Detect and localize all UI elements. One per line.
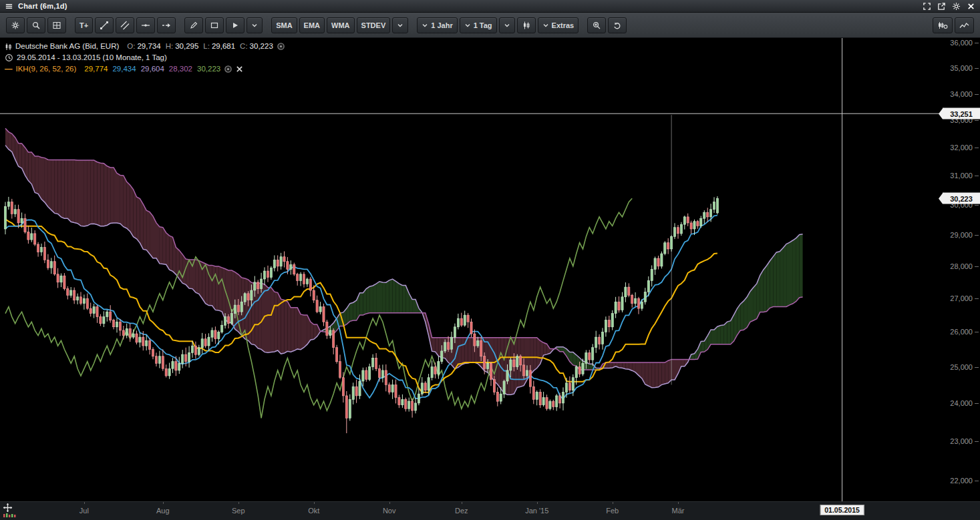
tools-dropdown-button[interactable] [247,17,263,33]
price-axis-tick [975,120,979,121]
price-axis-label: 31,000 [950,172,973,180]
candlestick-style-button[interactable] [517,17,536,33]
indicator-dropdown-button[interactable] [392,17,408,33]
axis-corner [3,503,23,518]
price-axis-label: 22,000 [950,477,973,485]
instrument-legend-row: Deutsche Bank AG (Bid, EUR) O:29,734H:30… [5,41,285,52]
instrument-icon [5,43,12,51]
crosshair-date-tag: 01.05.2015 [820,505,864,515]
time-axis-tick [163,502,164,504]
time-axis[interactable]: 01.05.2015 JulAugSepOktNovDezJan '15FebM… [0,501,980,520]
indicator-value: 29,434 [112,65,136,73]
time-axis-tick [84,502,85,504]
time-axis-label: Okt [308,507,319,515]
price-axis-label: 25,000 [950,363,973,371]
popout-icon[interactable] [937,2,946,11]
zoom-in-button[interactable] [587,17,606,33]
price-axis-label: 35,000 [950,64,973,72]
indicator-visibility-icon[interactable] [224,65,232,73]
titlebar: Chart (6m,1d) [0,0,980,13]
menu-icon[interactable] [5,2,13,11]
stdev-button[interactable]: STDEV [357,17,391,33]
zoom-reset-button[interactable] [608,17,627,33]
visibility-toggle-icon[interactable] [277,42,285,51]
price-axis-label: 36,000 [950,39,973,47]
charttype-dropdown-button[interactable] [499,17,515,33]
indicator-remove-icon[interactable] [236,65,243,73]
indicator-swatch: — [5,63,13,75]
ohlc-label: H: [166,42,174,50]
close-icon[interactable] [967,2,975,11]
ohlc-value: 30,295 [175,42,198,50]
price-axis-tick [975,235,979,236]
price-axis-label: 23,000 [950,437,973,445]
indicator-value: 28,302 [169,65,192,73]
time-axis-tick [537,502,538,504]
trendline-tool-button[interactable] [95,17,114,33]
price-axis-label: 24,000 [950,399,973,407]
crosshair-price-tag: 33,251 [943,108,980,119]
ohlc-value: 29,734 [137,42,160,50]
period-text: 29.05.2014 - 13.03.2015 (10 Monate, 1 Ta… [17,52,167,63]
fullscreen-icon[interactable] [923,2,931,11]
text-tool-button[interactable]: T+ [75,17,93,33]
time-axis-label: Sep [232,507,245,515]
time-axis-label: Mär [671,507,684,515]
ohlc-label: O: [127,42,135,50]
ohlc-value: 29,681 [212,42,235,50]
extended-line-tool-button[interactable] [157,17,176,33]
time-axis-label: Nov [383,507,396,515]
time-axis-tick [389,502,390,504]
instrument-name: Deutsche Bank AG (Bid, EUR) [15,41,119,52]
price-axis-tick [975,68,979,69]
time-axis-tick [462,502,462,504]
channel-tool-button[interactable] [116,17,134,33]
pencil-tool-button[interactable] [184,17,203,33]
price-axis-tick [975,176,979,176]
search-button[interactable] [27,17,45,33]
horizontal-line-tool-button[interactable] [136,17,155,33]
wma-button[interactable]: WMA [327,17,355,33]
chart-legend: Deutsche Bank AG (Bid, EUR) O:29,734H:30… [5,41,285,75]
ohlc-values: O:29,734H:30,295L:29,681C:30,223 [122,41,273,52]
extras-dropdown-button[interactable]: Extras [538,17,579,33]
ohlc-label: C: [240,42,248,50]
price-axis-label: 29,000 [950,231,973,239]
price-axis-tick [975,43,979,43]
window-title: Chart (6m,1d) [18,2,67,10]
time-axis-tick [238,502,239,504]
extras-label: Extras [552,21,575,29]
indicator-value: 30,223 [197,65,220,73]
chart-window: Chart (6m,1d) T+ [0,0,980,520]
titlebar-controls [923,2,975,11]
price-axis-label: 32,000 [950,144,973,152]
sma-button[interactable]: SMA [271,17,297,33]
time-axis-label: Aug [156,507,170,515]
price-axis-tick [975,403,979,404]
interval-label: 1 Tag [474,21,492,29]
time-axis-label: Jul [79,507,89,515]
price-axis-tick [975,148,979,148]
time-axis-tick [678,502,679,504]
time-axis-label: Feb [606,507,619,515]
line-chart-mode-button[interactable] [955,17,974,33]
price-axis-tick [975,441,979,442]
marker-tool-button[interactable] [226,17,244,33]
data-window-button[interactable] [933,17,953,33]
rectangle-tool-button[interactable] [205,17,224,33]
price-axis-tick [975,298,979,299]
price-axis-tick [975,332,979,332]
move-tool-icon[interactable] [3,503,13,513]
chart-plot[interactable] [0,38,942,501]
price-axis-tick [975,481,979,481]
ema-button[interactable]: EMA [299,17,325,33]
price-axis-label: 26,000 [950,328,973,336]
last-price-tag: 30,223 [943,193,980,204]
settings-gear-icon[interactable] [952,2,961,11]
chart-settings-button[interactable] [6,17,25,33]
interval-dropdown-button[interactable]: 1 Tag [460,17,497,33]
time-axis-label: Jan '15 [525,507,548,515]
grid-button[interactable] [47,17,66,33]
range-dropdown-button[interactable]: 1 Jahr [417,17,457,33]
period-legend-row: 29.05.2014 - 13.03.2015 (10 Monate, 1 Ta… [5,52,285,63]
